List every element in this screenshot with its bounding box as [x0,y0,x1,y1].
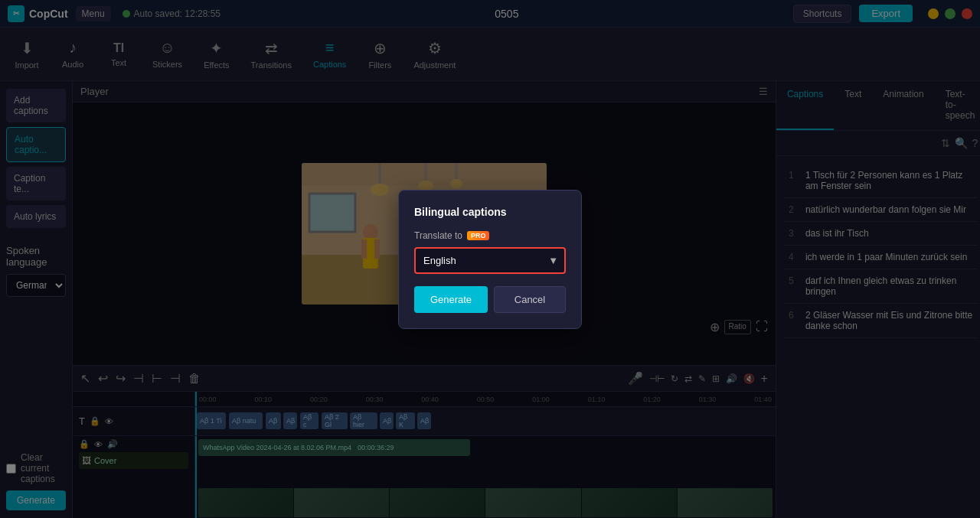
dialog-generate-button[interactable]: Generate [414,286,488,313]
dialog-cancel-button[interactable]: Cancel [494,286,566,313]
dialog-title: Bilingual captions [414,206,566,218]
bilingual-captions-dialog: Bilingual captions Translate to PRO Engl… [398,190,582,329]
language-select-wrapper: English German French Spanish Chinese Ja… [414,247,566,274]
language-select[interactable]: English German French Spanish Chinese Ja… [414,247,566,274]
translate-to-label: Translate to PRO [414,230,566,241]
dialog-overlay: Bilingual captions Translate to PRO Engl… [0,0,980,518]
pro-badge: PRO [467,231,490,240]
dialog-actions: Generate Cancel [414,286,566,313]
